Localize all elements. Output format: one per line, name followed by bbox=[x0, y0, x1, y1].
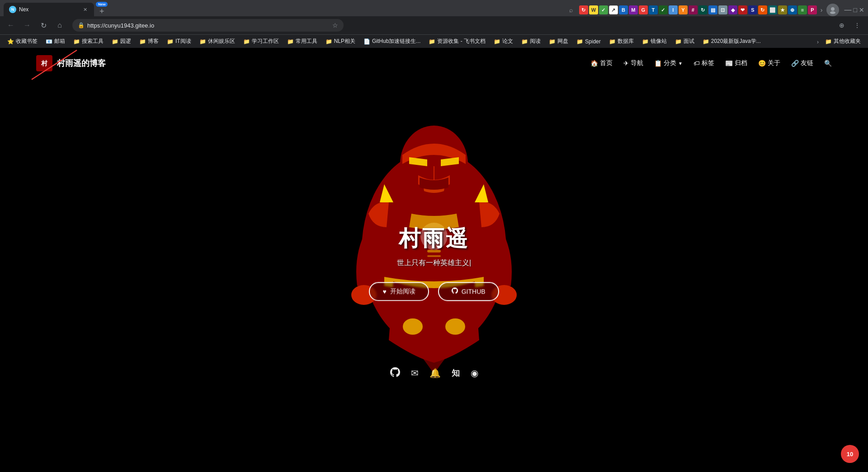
toolbar-icon-21[interactable]: ★ bbox=[778, 5, 787, 14]
github-button-label: GITHUB bbox=[462, 288, 486, 295]
bookmark-item-collections[interactable]: ⭐ 收藏书签 bbox=[4, 36, 41, 47]
read-button-label: 开始阅读 bbox=[390, 287, 415, 295]
bookmark-item-study[interactable]: 📁 学习工作区 bbox=[240, 36, 283, 47]
hero-subtitle: 世上只有一种英雄主义| bbox=[366, 258, 502, 267]
bookmark-item-spider[interactable]: 📁 Spider bbox=[573, 37, 604, 46]
bookmark-item-blog[interactable]: 📁 博客 bbox=[136, 36, 162, 47]
tab-search-icon[interactable]: ⌕ bbox=[565, 4, 577, 16]
bookmark-label: Spider bbox=[585, 38, 601, 45]
ironman-figure: 村雨遥 世上只有一种英雄主义| ♥ 开始阅读 GITHUB bbox=[339, 105, 529, 376]
bookmark-item-github[interactable]: 📄 GitHub加速链接生... bbox=[360, 36, 424, 47]
toolbar-icon-5[interactable]: B bbox=[619, 5, 628, 14]
toolbar-icon-14[interactable]: ▤ bbox=[708, 5, 717, 14]
home-button[interactable]: ⌂ bbox=[52, 18, 67, 33]
nav-tags[interactable]: 🏷 标签 bbox=[693, 59, 714, 67]
bookmark-item-nlp[interactable]: 📁 NLP相关 bbox=[322, 36, 359, 47]
toolbar-icon-24[interactable]: P bbox=[808, 5, 817, 14]
nav-category[interactable]: 📋 分类 ▼ bbox=[654, 59, 683, 67]
toolbar-icon-3[interactable]: ✓ bbox=[599, 5, 608, 14]
site-logo[interactable]: 村 村雨遥的博客 bbox=[36, 55, 106, 71]
nav-archive[interactable]: 📰 归档 bbox=[725, 59, 747, 67]
back-button[interactable]: ← bbox=[4, 18, 18, 33]
close-button[interactable]: ✕ bbox=[859, 6, 864, 14]
profile-button[interactable] bbox=[826, 4, 839, 16]
toolbar-icon-1[interactable]: ↻ bbox=[579, 5, 588, 14]
bookmark-item-yuanlu[interactable]: 📁 园逻 bbox=[108, 36, 135, 47]
bookmark-item-tools[interactable]: 📁 常用工具 bbox=[283, 36, 321, 47]
bookmark-item-other[interactable]: 📁 其他收藏夹 bbox=[821, 36, 864, 47]
toolbar-icon-23[interactable]: ≡ bbox=[798, 5, 807, 14]
toolbar-icon-12[interactable]: # bbox=[689, 5, 698, 14]
folder-icon: 📁 bbox=[429, 38, 435, 45]
maximize-button[interactable]: □ bbox=[854, 6, 857, 14]
home-nav-icon: 🏠 bbox=[590, 60, 598, 67]
toolbar-icon-13[interactable]: ↻ bbox=[698, 5, 708, 14]
toolbar-icon-11[interactable]: Y bbox=[679, 5, 688, 14]
bookmark-item-resources[interactable]: 📁 资源收集 - 飞书文档 bbox=[425, 36, 489, 47]
bookmark-item-entertainment[interactable]: 📁 休闲娱乐区 bbox=[196, 36, 239, 47]
reload-button[interactable]: ↻ bbox=[36, 18, 51, 33]
tab-close-button[interactable]: ✕ bbox=[81, 6, 89, 13]
nav-about[interactable]: 😊 关于 bbox=[758, 59, 780, 67]
email-social-icon[interactable]: ✉ bbox=[411, 368, 419, 379]
toolbar-icon-10[interactable]: I bbox=[669, 5, 678, 14]
notification-badge[interactable]: 10 bbox=[841, 445, 859, 463]
toolbar-icon-20[interactable]: ⬜ bbox=[768, 5, 777, 14]
bookmark-label: 收藏书签 bbox=[16, 37, 38, 45]
nav-home[interactable]: 🏠 首页 bbox=[590, 59, 613, 67]
bell-social-icon[interactable]: 🔔 bbox=[429, 368, 441, 379]
forward-button[interactable]: → bbox=[20, 18, 34, 33]
bookmark-label: 休闲娱乐区 bbox=[208, 37, 235, 45]
bookmark-item-paper[interactable]: 📁 论文 bbox=[490, 36, 517, 47]
toolbar-icon-4[interactable]: ↗ bbox=[609, 5, 618, 14]
folder-icon: 📁 bbox=[167, 38, 174, 45]
toolbar-icon-22[interactable]: ⊕ bbox=[788, 5, 797, 14]
bookmark-item-cloud[interactable]: 📁 网盘 bbox=[545, 36, 572, 47]
active-tab[interactable]: N Nex ✕ bbox=[4, 3, 94, 16]
svg-point-1 bbox=[830, 11, 835, 14]
toolbar-icon-6[interactable]: M bbox=[629, 5, 638, 14]
folder-icon: 📁 bbox=[494, 38, 500, 45]
bookmark-item-email[interactable]: 📧 邮箱 bbox=[42, 36, 69, 47]
nav-guide[interactable]: ✈ 导航 bbox=[623, 59, 643, 67]
toolbar-icon-15[interactable]: ⊡ bbox=[718, 5, 727, 14]
lock-icon: 🔒 bbox=[78, 22, 85, 28]
toolbar-icon-8[interactable]: T bbox=[649, 5, 658, 14]
new-tab-button[interactable]: + bbox=[99, 7, 104, 15]
bookmark-label: GitHub加速链接生... bbox=[372, 37, 420, 45]
bookmark-item-database[interactable]: 📁 数据库 bbox=[605, 36, 637, 47]
more-bookmarks-button[interactable]: › bbox=[815, 39, 821, 45]
extensions-button[interactable]: ⊕ bbox=[835, 18, 849, 33]
toolbar-icon-7[interactable]: G bbox=[639, 5, 648, 14]
bookmark-item-it[interactable]: 📁 IT阅读 bbox=[163, 36, 195, 47]
nav-friends[interactable]: 🔗 友链 bbox=[791, 59, 813, 67]
bookmark-star-icon[interactable]: ☆ bbox=[332, 22, 338, 29]
toolbar-icon-2[interactable]: W bbox=[589, 5, 598, 14]
github-social-icon[interactable] bbox=[390, 367, 400, 379]
toolbar-icon-19[interactable]: ↻ bbox=[758, 5, 767, 14]
bookmark-item-search[interactable]: 📁 搜索工具 bbox=[70, 36, 107, 47]
bookmark-item-mirror[interactable]: 📁 镜像站 bbox=[638, 36, 670, 47]
address-bar: ← → ↻ ⌂ 🔒 https://cunyu1943.gitee.io ☆ ⊕… bbox=[0, 16, 868, 34]
tags-nav-icon: 🏷 bbox=[693, 60, 700, 67]
github-button[interactable]: GITHUB bbox=[438, 282, 499, 301]
settings-button[interactable]: ⋮ bbox=[850, 18, 864, 33]
toolbar-icon-16[interactable]: ◆ bbox=[728, 5, 737, 14]
read-button[interactable]: ♥ 开始阅读 bbox=[369, 282, 429, 301]
bookmark-item-java[interactable]: 📁 2020最新版Java学... bbox=[699, 36, 764, 47]
more-tabs-button[interactable]: › bbox=[819, 6, 825, 14]
email-icon: 📧 bbox=[46, 38, 52, 45]
toolbar-icon-17[interactable]: ❤ bbox=[738, 5, 747, 14]
zhihu-social-icon[interactable]: 知 bbox=[452, 368, 460, 379]
minimize-button[interactable]: — bbox=[844, 6, 852, 14]
url-bar[interactable]: 🔒 https://cunyu1943.gitee.io ☆ bbox=[72, 19, 344, 32]
toolbar-icons: ↻ W ✓ ↗ B M G T ✓ I Y # ↻ ▤ ⊡ ◆ ❤ S ↻ ⬜ bbox=[579, 5, 817, 14]
archive-nav-icon: 📰 bbox=[725, 60, 733, 67]
nav-search[interactable]: 🔍 bbox=[824, 60, 832, 67]
bookmark-item-reading[interactable]: 📁 阅读 bbox=[518, 36, 544, 47]
toolbar-icon-9[interactable]: ✓ bbox=[659, 5, 668, 14]
rss-social-icon[interactable]: ◉ bbox=[471, 368, 478, 379]
bookmark-item-interview[interactable]: 📁 面试 bbox=[671, 36, 698, 47]
toolbar-icon-18[interactable]: S bbox=[748, 5, 757, 14]
site-nav-links: 🏠 首页 ✈ 导航 📋 分类 ▼ 🏷 标签 📰 归档 😊 bbox=[590, 59, 832, 67]
